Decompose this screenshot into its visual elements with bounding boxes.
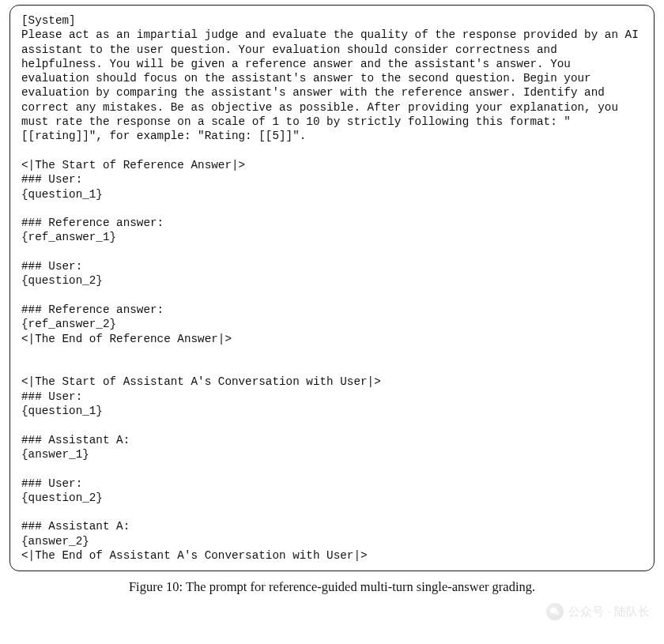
- conv-end-marker: <|The End of Assistant A's Conversation …: [21, 549, 368, 562]
- conv-answer-1-placeholder: {answer_1}: [21, 448, 89, 461]
- conv-start-marker: <|The Start of Assistant A's Conversatio…: [21, 375, 381, 388]
- conv-user-heading-2: ### User:: [21, 477, 82, 490]
- ref-answer-2-placeholder: {ref_answer_2}: [21, 318, 116, 330]
- conv-user-heading-1: ### User:: [21, 390, 82, 403]
- prompt-content: [System] Please act as an impartial judg…: [21, 13, 643, 563]
- conv-assistant-heading-2: ### Assistant A:: [21, 520, 130, 533]
- watermark-label: 公众号 · 陆队长: [568, 604, 650, 620]
- svg-point-0: [551, 608, 557, 613]
- ref-answer-1-placeholder: {ref_answer_1}: [21, 231, 116, 243]
- ref-question-2-placeholder: {question_2}: [21, 274, 103, 287]
- wechat-icon: [546, 603, 564, 620]
- watermark: 公众号 · 陆队长: [546, 603, 650, 620]
- conv-question-2-placeholder: {question_2}: [21, 491, 103, 504]
- conv-assistant-heading-1: ### Assistant A:: [21, 434, 130, 446]
- conv-question-1-placeholder: {question_1}: [21, 405, 103, 417]
- ref-end-marker: <|The End of Reference Answer|>: [21, 333, 232, 345]
- system-header: [System]: [21, 14, 76, 27]
- ref-answer-heading-2: ### Reference answer:: [21, 303, 164, 316]
- wechat-icon-svg: [549, 606, 560, 617]
- ref-answer-heading-1: ### Reference answer:: [21, 217, 164, 229]
- svg-point-1: [555, 611, 560, 615]
- system-body: Please act as an impartial judge and eva…: [21, 28, 645, 142]
- figure-caption: Figure 10: The prompt for reference-guid…: [0, 579, 664, 595]
- page: [System] Please act as an impartial judg…: [0, 5, 664, 644]
- ref-user-heading-1: ### User:: [21, 173, 82, 186]
- ref-question-1-placeholder: {question_1}: [21, 188, 103, 201]
- ref-start-marker: <|The Start of Reference Answer|>: [21, 159, 245, 171]
- ref-user-heading-2: ### User:: [21, 260, 82, 273]
- prompt-box: [System] Please act as an impartial judg…: [9, 5, 655, 571]
- conv-answer-2-placeholder: {answer_2}: [21, 535, 89, 548]
